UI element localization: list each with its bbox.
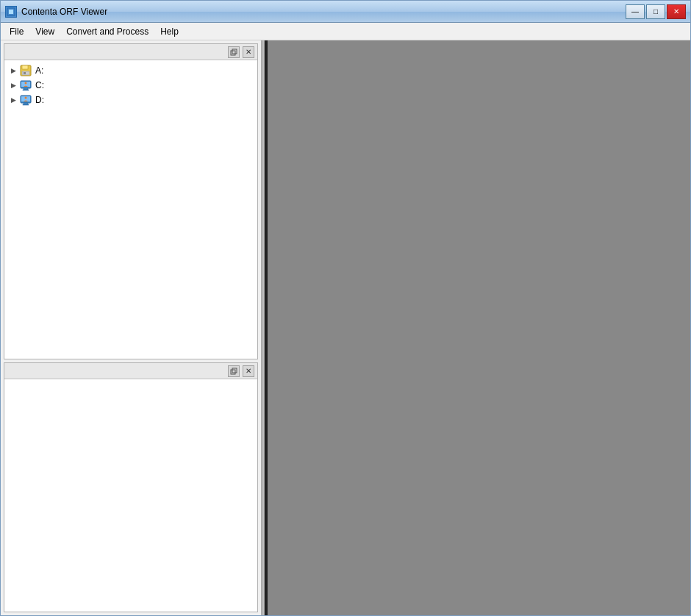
tree-arrow-a: ▶ — [7, 65, 19, 76]
svg-rect-19 — [232, 368, 237, 373]
svg-rect-3 — [232, 49, 237, 54]
svg-rect-2 — [231, 51, 235, 55]
svg-rect-5 — [22, 65, 28, 69]
hdd-icon-c — [19, 79, 32, 91]
window-controls: — □ ✕ — [626, 4, 686, 19]
window-title: Contenta ORF Viewer — [21, 7, 626, 17]
tree-item-d[interactable]: ▶ D: — [7, 93, 254, 107]
app-icon — [5, 6, 17, 18]
top-pane-toolbar: ✕ — [4, 44, 257, 60]
tree-item-a[interactable]: ▶ A: — [7, 63, 254, 78]
tree-arrow-c: ▶ — [7, 79, 19, 91]
svg-rect-11 — [23, 90, 29, 90]
menu-bar: File View Convert and Process Help — [1, 23, 690, 40]
bottom-pane-close-button[interactable]: ✕ — [243, 365, 254, 377]
file-tree-pane: ✕ ▶ — [4, 43, 258, 359]
title-bar: Contenta ORF Viewer — □ ✕ — [1, 1, 690, 23]
main-view-panel — [265, 40, 690, 615]
menu-view[interactable]: View — [29, 24, 60, 39]
svg-rect-16 — [23, 104, 29, 105]
svg-rect-15 — [24, 103, 28, 104]
hdd-icon-d — [19, 94, 32, 106]
svg-rect-18 — [231, 370, 235, 374]
main-content: ✕ ▶ — [1, 40, 690, 615]
left-border-bar — [265, 40, 268, 615]
svg-point-12 — [25, 82, 27, 85]
svg-rect-10 — [24, 88, 28, 90]
svg-point-17 — [25, 97, 27, 99]
tree-label-c: C: — [35, 80, 44, 90]
top-pane-restore-button[interactable] — [228, 46, 240, 58]
preview-content — [4, 379, 257, 612]
menu-help[interactable]: Help — [154, 24, 185, 39]
svg-rect-7 — [24, 72, 26, 74]
maximize-button[interactable]: □ — [646, 4, 665, 19]
menu-file[interactable]: File — [4, 24, 29, 39]
bottom-pane-toolbar: ✕ — [4, 363, 257, 379]
floppy-icon — [19, 65, 32, 76]
tree-item-c[interactable]: ▶ — [7, 78, 254, 93]
minimize-button[interactable]: — — [626, 4, 645, 19]
menu-convert[interactable]: Convert and Process — [60, 24, 154, 39]
tree-arrow-d: ▶ — [7, 94, 19, 106]
main-window: Contenta ORF Viewer — □ ✕ File View Conv… — [0, 0, 691, 616]
close-button[interactable]: ✕ — [667, 4, 686, 19]
left-panel: ✕ ▶ — [1, 40, 262, 615]
file-tree-content: ▶ A: — [4, 60, 257, 359]
bottom-pane-restore-button[interactable] — [228, 365, 240, 377]
tree-label-a: A: — [35, 65, 43, 76]
svg-rect-1 — [9, 10, 13, 14]
tree-label-d: D: — [35, 95, 44, 105]
top-pane-close-button[interactable]: ✕ — [243, 46, 254, 58]
preview-pane: ✕ — [4, 362, 258, 612]
